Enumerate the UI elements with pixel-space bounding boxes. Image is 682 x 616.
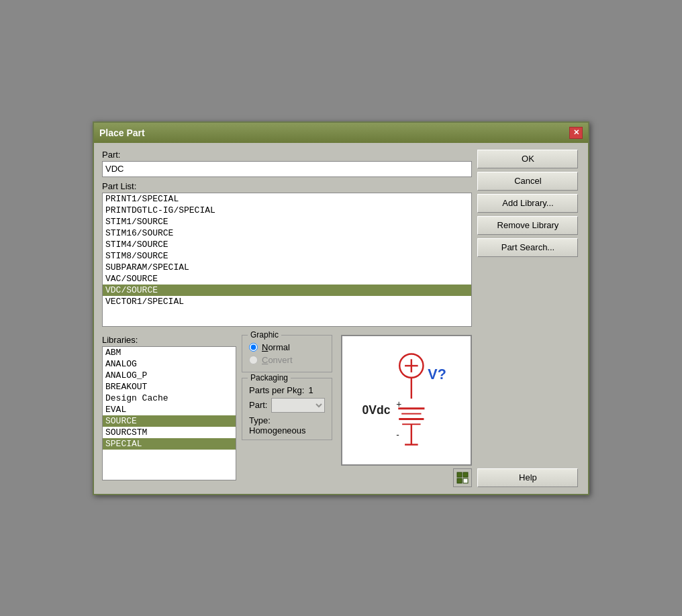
libraries-label: Libraries:: [102, 335, 236, 345]
convert-radio-row: Convert: [249, 355, 325, 365]
dialog-body: Part: Part List: PRINT1/SPECIAL PRINTDGT…: [94, 143, 588, 494]
type-row: Type: Homogeneous: [249, 415, 325, 435]
close-button[interactable]: ✕: [569, 127, 583, 139]
convert-radio[interactable]: [249, 356, 258, 364]
bottom-section: Libraries: ABM ANALOG ANALOG_P BREAKOUT …: [102, 335, 472, 487]
ok-button[interactable]: OK: [477, 150, 578, 168]
svg-text:V?: V?: [428, 366, 447, 382]
library-item-special[interactable]: SPECIAL: [103, 438, 236, 450]
libraries-box[interactable]: ABM ANALOG ANALOG_P BREAKOUT Design Cach…: [102, 346, 236, 480]
part-list-container: PRINT1/SPECIAL PRINTDGTLC-IG/SPECIAL STI…: [102, 193, 472, 327]
add-library-button[interactable]: Add Library...: [477, 194, 578, 213]
parts-per-pkg-value: 1: [308, 385, 313, 395]
packaging-group-title: Packaging: [248, 373, 291, 382]
library-item[interactable]: ABM: [103, 347, 236, 358]
graphic-group-title: Graphic: [248, 330, 281, 340]
library-item[interactable]: SOURCSTM: [103, 427, 236, 438]
remove-library-button[interactable]: Remove Library: [477, 216, 578, 235]
part-select-row: Part:: [249, 398, 325, 413]
grid-icon-btn[interactable]: [453, 468, 472, 487]
normal-radio[interactable]: [249, 343, 258, 352]
help-button[interactable]: Help: [477, 468, 578, 487]
type-label: Type:: [249, 415, 271, 425]
place-part-dialog: Place Part ✕ Part: Part List: PRINT1/SPE…: [93, 121, 589, 495]
packaging-group: Packaging Parts per Pkg: 1 Part:: [242, 378, 332, 440]
libraries-panel: Libraries: ABM ANALOG ANALOG_P BREAKOUT …: [102, 335, 236, 487]
part-select-dropdown[interactable]: [271, 398, 325, 413]
title-bar: Place Part ✕: [94, 123, 588, 143]
graphic-group: Graphic Normal Convert: [242, 335, 332, 372]
preview-panel: V? + 0Vdc: [338, 335, 472, 487]
bottom-icons: [453, 468, 472, 487]
middle-panel: Graphic Normal Convert Packaging: [242, 335, 332, 487]
dialog-title: Place Part: [99, 127, 145, 138]
left-panel: Part: Part List: PRINT1/SPECIAL PRINTDGT…: [102, 150, 472, 487]
svg-text:0Vdc: 0Vdc: [362, 403, 391, 416]
list-item[interactable]: STIM1/SOURCE: [103, 216, 471, 227]
library-item[interactable]: EVAL: [103, 404, 236, 415]
part-list-box[interactable]: PRINT1/SPECIAL PRINTDGTLC-IG/SPECIAL STI…: [102, 193, 472, 327]
list-item[interactable]: VECTOR1/SPECIAL: [103, 296, 471, 307]
convert-label[interactable]: Convert: [262, 355, 293, 365]
list-item[interactable]: STIM4/SOURCE: [103, 239, 471, 250]
vdc-symbol-svg: V? + 0Vdc: [342, 336, 471, 464]
svg-rect-15: [457, 472, 462, 477]
list-item[interactable]: VAC/SOURCE: [103, 273, 471, 285]
svg-text:-: -: [397, 429, 400, 440]
library-item[interactable]: BREAKOUT: [103, 381, 236, 393]
part-list-section: Part List: PRINT1/SPECIAL PRINTDGTLC-IG/…: [102, 181, 472, 327]
part-search-button[interactable]: Part Search...: [477, 238, 578, 257]
library-item[interactable]: ANALOG: [103, 358, 236, 370]
list-item-selected[interactable]: VDC/SOURCE: [103, 285, 471, 296]
part-list-label: Part List:: [102, 181, 472, 191]
parts-per-pkg-row: Parts per Pkg: 1: [249, 385, 325, 395]
part-input[interactable]: [102, 161, 472, 177]
grid-icon: [456, 472, 469, 484]
right-panel: OK Cancel Add Library... Remove Library …: [477, 150, 580, 487]
list-item[interactable]: PRINTDGTLC-IG/SPECIAL: [103, 205, 471, 216]
library-item[interactable]: Design Cache: [103, 393, 236, 404]
part-label: Part:: [102, 150, 472, 160]
parts-per-pkg-label: Parts per Pkg:: [249, 385, 304, 395]
list-item[interactable]: PRINT1/SPECIAL: [103, 193, 471, 205]
list-item[interactable]: STIM8/SOURCE: [103, 250, 471, 262]
type-value: Homogeneous: [249, 425, 306, 435]
part-section: Part:: [102, 150, 472, 177]
vdc-preview-box: V? + 0Vdc: [341, 335, 472, 466]
list-item[interactable]: SUBPARAM/SPECIAL: [103, 262, 471, 273]
svg-rect-16: [463, 472, 468, 477]
cancel-button[interactable]: Cancel: [477, 172, 578, 191]
normal-label[interactable]: Normal: [262, 342, 290, 352]
normal-radio-row: Normal: [249, 342, 325, 352]
library-item-source[interactable]: SOURCE: [103, 415, 236, 427]
svg-rect-17: [457, 478, 462, 483]
list-item[interactable]: STIM16/SOURCE: [103, 227, 471, 239]
svg-rect-18: [463, 478, 468, 483]
library-item[interactable]: ANALOG_P: [103, 370, 236, 381]
part-select-label: Part:: [249, 400, 267, 410]
